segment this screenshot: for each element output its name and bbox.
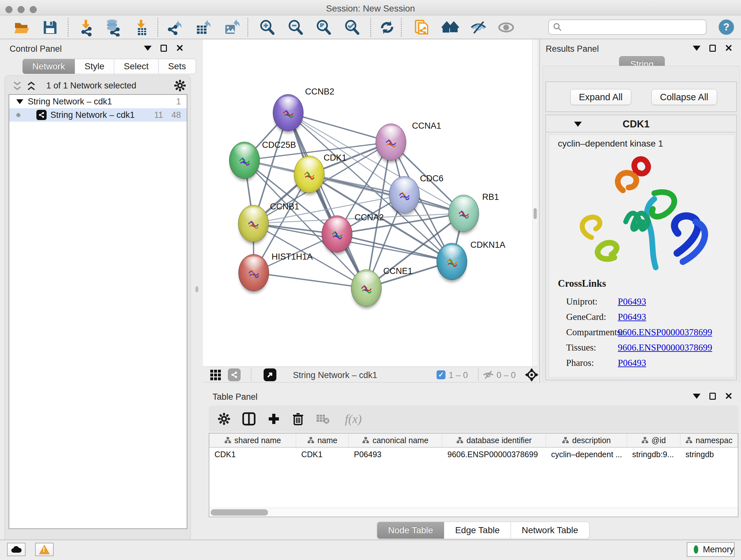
function-builder-icon[interactable]: f(x) (339, 411, 367, 427)
show-all-button[interactable] (497, 18, 515, 37)
panel-float-icon[interactable] (710, 393, 716, 400)
gene-header-row[interactable]: CDK1 (546, 115, 736, 132)
column-header-database-identifier[interactable]: database identifier (442, 434, 546, 447)
canvas-vertical-scrollbar[interactable] (532, 40, 537, 367)
crosslink-link[interactable]: P06493 (618, 296, 646, 307)
tree-expand-icon[interactable] (16, 99, 23, 104)
network-node-CCNE1[interactable] (351, 269, 382, 307)
scrollbar-thumb[interactable] (211, 509, 268, 516)
birdseye-grid-icon[interactable] (210, 369, 221, 382)
memory-label: Memory (703, 545, 734, 555)
copy-network-button[interactable] (413, 18, 431, 37)
export-table-button[interactable] (194, 18, 212, 37)
network-collection-row[interactable]: String Network – cdk1 1 (9, 95, 187, 108)
table-cell[interactable]: stringdb:9... (627, 448, 680, 461)
import-network-database-button[interactable] (104, 18, 123, 37)
panel-collapse-icon[interactable] (144, 46, 151, 51)
search-input[interactable] (548, 19, 706, 35)
delete-column-trash-icon[interactable] (290, 411, 306, 427)
column-type-icon (307, 437, 314, 444)
warnings-button[interactable] (35, 543, 54, 556)
tab-style[interactable]: Style (75, 59, 114, 74)
network-view-canvas[interactable]: CCNB2CCNA1CDC25BCDK1CDC6RB1CCNB1CCNA2CDK… (203, 40, 532, 367)
tab-select[interactable]: Select (114, 59, 158, 74)
refresh-view-button[interactable] (378, 18, 396, 37)
table-cell[interactable]: CDK1 (296, 448, 349, 461)
navigator-crosshair-icon[interactable] (525, 368, 539, 383)
tab-edge-table[interactable]: Edge Table (444, 522, 511, 539)
collapse-all-button[interactable]: Collapse All (651, 89, 717, 105)
panel-close-icon[interactable]: ✕ (176, 45, 184, 52)
column-header--id[interactable]: @id (627, 434, 680, 447)
table-options-gear-icon[interactable] (216, 411, 232, 427)
column-header-name[interactable]: name (296, 434, 349, 447)
network-node-RB1[interactable] (448, 195, 479, 232)
crosslink-link[interactable]: 9606.ENSP00000378699 (618, 327, 712, 337)
table-panel-title: Table Panel (212, 392, 258, 402)
automation-status-button[interactable] (7, 543, 25, 556)
zoom-selected-button[interactable] (343, 18, 361, 37)
cloud-icon (11, 546, 22, 553)
crosslink-link[interactable]: P06493 (618, 358, 646, 368)
zoom-fit-button[interactable] (314, 18, 333, 37)
save-session-button[interactable] (41, 18, 59, 37)
delete-table-icon[interactable] (315, 411, 331, 427)
import-table-button[interactable] (132, 18, 151, 37)
memory-button[interactable]: Memory (687, 542, 735, 557)
node-label-CDC6: CDC6 (420, 174, 444, 184)
export-image-button[interactable] (222, 18, 241, 37)
table-cell[interactable]: CDK1 (209, 448, 296, 461)
table-cell[interactable]: P06493 (349, 448, 442, 461)
table-horizontal-scrollbar[interactable] (209, 508, 738, 516)
help-button[interactable]: ? (719, 19, 734, 35)
column-header-shared-name[interactable]: shared name (209, 434, 296, 447)
network-options-gear-icon[interactable] (174, 79, 186, 93)
import-network-file-button[interactable] (77, 18, 96, 37)
network-node-CCNB2[interactable] (273, 94, 304, 131)
network-node-CDC25B[interactable] (229, 142, 260, 179)
column-header-namespac[interactable]: namespac (680, 434, 738, 447)
tab-network-table[interactable]: Network Table (511, 522, 590, 539)
expand-all-button[interactable]: Expand All (570, 89, 631, 105)
crosslink-link[interactable]: 9606.ENSP00000378699 (618, 342, 712, 353)
export-network-button[interactable] (165, 18, 184, 37)
network-node-CDK1[interactable] (294, 156, 325, 193)
panel-close-icon[interactable]: ✕ (725, 393, 733, 400)
panel-float-icon[interactable] (710, 45, 716, 52)
network-row-selected[interactable]: String Network – cdk1 11 48 (9, 108, 187, 122)
tab-sets[interactable]: Sets (158, 59, 196, 74)
tab-network[interactable]: Network (22, 59, 75, 74)
crosslink-link[interactable]: P06493 (618, 312, 646, 322)
network-node-CDKN1A[interactable] (436, 243, 467, 280)
network-node-CCNB1[interactable] (238, 205, 269, 242)
zoom-out-button[interactable] (286, 18, 305, 37)
show-columns-icon[interactable] (241, 411, 257, 427)
scrollbar-thumb[interactable] (534, 208, 537, 219)
table-cell[interactable]: 9606.ENSP00000378699 (442, 448, 546, 461)
network-node-CCNA2[interactable] (322, 215, 352, 253)
zoom-in-button[interactable] (258, 18, 276, 37)
table-cell[interactable]: cyclin–dependent ... (546, 448, 627, 461)
hide-selected-button[interactable] (469, 18, 488, 37)
panel-close-icon[interactable]: ✕ (725, 45, 733, 52)
splitter-grip[interactable] (195, 286, 199, 293)
network-node-CDC6[interactable] (389, 176, 420, 213)
gene-collapse-icon[interactable] (574, 122, 582, 127)
add-column-plus-icon[interactable] (266, 411, 281, 427)
panel-float-icon[interactable] (160, 45, 167, 52)
network-node-CCNA1[interactable] (376, 124, 406, 161)
panel-collapse-icon[interactable] (693, 394, 700, 399)
open-in-window-button[interactable] (264, 368, 276, 381)
column-header-canonical-name[interactable]: canonical name (349, 434, 442, 447)
table-row[interactable]: CDK1CDK1P064939606.ENSP00000378699cyclin… (209, 448, 738, 461)
panel-collapse-icon[interactable] (693, 46, 700, 51)
selected-nodes-checkbox[interactable]: ✓ (436, 370, 446, 379)
column-type-icon (642, 437, 649, 444)
open-session-button[interactable] (13, 18, 31, 37)
table-cell[interactable]: stringdb (680, 448, 738, 461)
column-header-description[interactable]: description (546, 434, 627, 447)
first-neighbors-button[interactable] (441, 18, 460, 37)
network-node-HIST1H1A[interactable] (239, 254, 269, 291)
eye-icon (497, 18, 515, 37)
tab-node-table[interactable]: Node Table (377, 522, 444, 539)
